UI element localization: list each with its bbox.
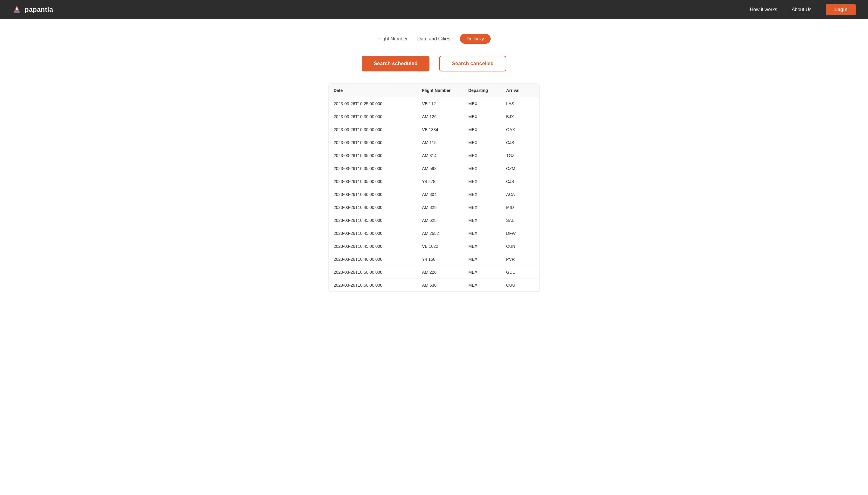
cell-arrival: CJS [501,136,539,149]
brand-logo-icon [12,5,22,15]
cell-date: 2023-03-26T10:45:00.000 [329,214,417,227]
about-us-link[interactable]: About Us [792,7,812,12]
cell-arrival: MID [501,201,539,214]
cell-flight: AM 628 [417,214,464,227]
cell-date: 2023-03-26T10:35:00.000 [329,136,417,149]
table-row: 2023-03-26T10:45:00.000VB 1022MEXCUN [329,240,539,253]
col-header-flight: Flight Number [417,84,464,97]
table-row: 2023-03-26T10:35:00.000Y4 278MEXCJS [329,175,539,188]
table-row: 2023-03-26T10:30:00.000VB 1334MEXOAX [329,123,539,136]
cell-departing: MEX [464,214,502,227]
cell-date: 2023-03-26T10:30:00.000 [329,110,417,123]
cell-departing: MEX [464,188,502,201]
table-row: 2023-03-26T10:46:00.000Y4 166MEXPVR [329,253,539,266]
cell-flight: AM 126 [417,110,464,123]
table-row: 2023-03-26T10:50:00.000AM 530MEXCUU [329,279,539,292]
brand: papantla [12,5,53,15]
search-cancelled-button[interactable]: Search cancelled [439,56,506,71]
cell-departing: MEX [464,175,502,188]
cell-departing: MEX [464,201,502,214]
cell-flight: Y4 278 [417,175,464,188]
cell-flight: AM 304 [417,188,464,201]
navbar-links: How it works About Us Login [750,4,856,15]
cell-departing: MEX [464,227,502,240]
table-row: 2023-03-26T10:40:00.000AM 304MEXACA [329,188,539,201]
table-row: 2023-03-26T10:40:00.000AM 828MEXMID [329,201,539,214]
table-header: Date Flight Number Departing Arrival [329,84,539,97]
cell-departing: MEX [464,110,502,123]
search-scheduled-button[interactable]: Search scheduled [362,56,430,71]
cell-flight: VB 112 [417,97,464,110]
cell-flight: AM 220 [417,266,464,279]
cell-arrival: GDL [501,266,539,279]
cell-departing: MEX [464,266,502,279]
cell-arrival: SAL [501,214,539,227]
table-row: 2023-03-26T10:30:00.000AM 126MEXBJX [329,110,539,123]
cell-departing: MEX [464,162,502,175]
cell-arrival: DFW [501,227,539,240]
cell-arrival: CJS [501,175,539,188]
cell-arrival: TGZ [501,149,539,162]
cell-arrival: CUN [501,240,539,253]
cell-flight: AM 115 [417,136,464,149]
cell-flight: AM 828 [417,201,464,214]
cell-arrival: PVR [501,253,539,266]
col-header-date: Date [329,84,417,97]
table-row: 2023-03-26T10:25:00.000VB 112MEXLAS [329,97,539,110]
table-row: 2023-03-26T10:35:00.000AM 598MEXCZM [329,162,539,175]
cell-flight: VB 1334 [417,123,464,136]
cell-flight: AM 314 [417,149,464,162]
cell-departing: MEX [464,253,502,266]
cell-arrival: OAX [501,123,539,136]
navbar: papantla How it works About Us Login [0,0,868,19]
results-table-container: Date Flight Number Departing Arrival 202… [329,84,539,292]
cell-date: 2023-03-26T10:35:00.000 [329,149,417,162]
cell-date: 2023-03-26T10:50:00.000 [329,279,417,292]
cell-departing: MEX [464,279,502,292]
table-row: 2023-03-26T10:45:00.000AM 2682MEXDFW [329,227,539,240]
table-body: 2023-03-26T10:25:00.000VB 112MEXLAS2023-… [329,97,539,292]
table-row: 2023-03-26T10:35:00.000AM 314MEXTGZ [329,149,539,162]
table-row: 2023-03-26T10:35:00.000AM 115MEXCJS [329,136,539,149]
table-row: 2023-03-26T10:45:00.000AM 628MEXSAL [329,214,539,227]
cell-departing: MEX [464,97,502,110]
cell-date: 2023-03-26T10:50:00.000 [329,266,417,279]
cell-flight: VB 1022 [417,240,464,253]
cell-arrival: LAS [501,97,539,110]
cell-departing: MEX [464,240,502,253]
table-row: 2023-03-26T10:50:00.000AM 220MEXGDL [329,266,539,279]
cell-date: 2023-03-26T10:40:00.000 [329,201,417,214]
cell-date: 2023-03-26T10:40:00.000 [329,188,417,201]
cell-date: 2023-03-26T10:35:00.000 [329,162,417,175]
brand-name: papantla [25,6,53,14]
how-it-works-link[interactable]: How it works [750,7,777,12]
tab-flight-number[interactable]: Flight Number [377,35,407,43]
col-header-arrival: Arrival [501,84,539,97]
cell-departing: MEX [464,149,502,162]
cell-arrival: CZM [501,162,539,175]
col-header-departing: Departing [464,84,502,97]
cell-departing: MEX [464,123,502,136]
cell-date: 2023-03-26T10:30:00.000 [329,123,417,136]
cell-date: 2023-03-26T10:46:00.000 [329,253,417,266]
tabs: Flight Number Date and Cities I'm lucky [377,34,491,44]
cell-date: 2023-03-26T10:45:00.000 [329,227,417,240]
cell-flight: AM 530 [417,279,464,292]
tab-im-lucky[interactable]: I'm lucky [460,34,491,44]
cell-date: 2023-03-26T10:45:00.000 [329,240,417,253]
tab-date-cities[interactable]: Date and Cities [417,35,450,43]
results-table: Date Flight Number Departing Arrival 202… [329,84,539,291]
cell-date: 2023-03-26T10:35:00.000 [329,175,417,188]
cell-departing: MEX [464,136,502,149]
cell-flight: AM 2682 [417,227,464,240]
search-buttons: Search scheduled Search cancelled [362,56,506,71]
cell-arrival: CUU [501,279,539,292]
cell-arrival: BJX [501,110,539,123]
cell-flight: Y4 166 [417,253,464,266]
cell-arrival: ACA [501,188,539,201]
cell-date: 2023-03-26T10:25:00.000 [329,97,417,110]
cell-flight: AM 598 [417,162,464,175]
main-content: Flight Number Date and Cities I'm lucky … [0,19,868,306]
login-button[interactable]: Login [826,4,856,15]
